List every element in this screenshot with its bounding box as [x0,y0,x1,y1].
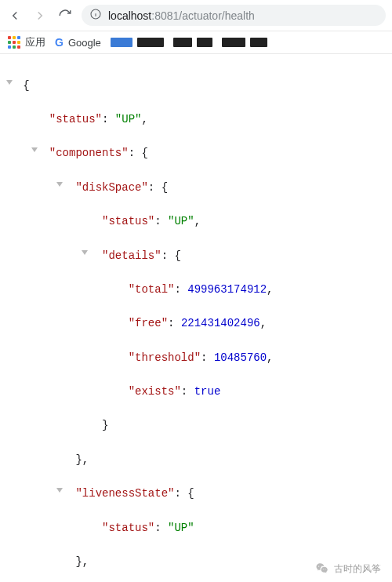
bookmark-redacted[interactable] [222,38,267,47]
toggle-icon[interactable] [6,80,13,85]
site-info-icon[interactable] [89,8,102,23]
redacted-icon [111,38,132,47]
redacted-label [250,38,267,47]
json-viewer: { "status": "UP", "components": { "diskS… [0,54,392,582]
url-text: localhost:8081/actuator/health [108,9,255,22]
redacted-label [137,38,164,47]
wechat-icon [315,562,329,576]
toggle-icon[interactable] [31,147,38,152]
bookmark-redacted[interactable] [111,38,164,47]
bookmark-google[interactable]: G Google [55,36,101,49]
apps-shortcut[interactable]: 应用 [8,35,45,49]
google-icon: G [55,36,64,49]
redacted-label [197,38,212,47]
reload-button[interactable] [56,7,74,24]
redacted-icon [173,38,192,47]
address-bar[interactable]: localhost:8081/actuator/health [82,5,386,26]
apps-label: 应用 [25,35,45,49]
forward-button[interactable] [31,7,49,24]
bookmark-redacted[interactable] [173,38,212,47]
back-button[interactable] [6,7,24,24]
watermark-label: 古时的风筝 [334,562,381,576]
watermark-badge: 古时的风筝 [312,560,384,577]
toggle-icon[interactable] [56,182,63,187]
bookmark-google-label: Google [68,37,101,49]
apps-icon [8,36,20,49]
toggle-icon[interactable] [82,250,88,255]
redacted-icon [222,38,245,47]
browser-toolbar: localhost:8081/actuator/health [0,0,392,31]
toggle-icon[interactable] [56,488,63,493]
bookmarks-bar: 应用 G Google [0,31,392,54]
